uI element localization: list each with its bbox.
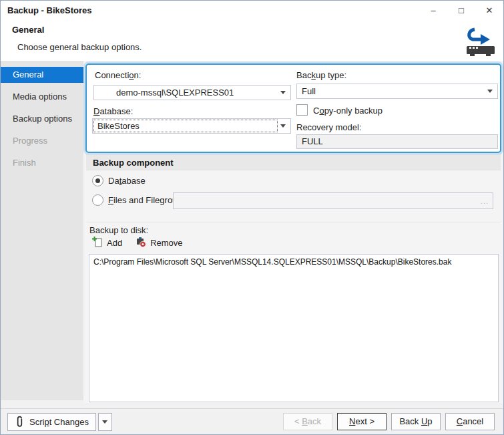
backup-type-select[interactable]: Full: [296, 84, 498, 99]
page-header: General Choose general backup options.: [1, 21, 503, 61]
files-filegroups-input: ...: [173, 192, 493, 209]
main-area: General Media options Backup options Pro…: [1, 61, 503, 408]
copy-only-checkbox[interactable]: [296, 104, 308, 116]
backup-device-icon: [464, 26, 497, 59]
sidebar-item-general[interactable]: General: [1, 67, 83, 83]
add-button[interactable]: Add: [92, 237, 122, 249]
connection-value: demo-mssql\SQLEXPRESS01: [94, 88, 280, 98]
script-changes-label: Script Changes: [29, 417, 89, 427]
script-changes-split-button: Script Changes: [7, 413, 112, 431]
script-icon: [13, 416, 25, 429]
minimize-button[interactable]: –: [419, 1, 447, 21]
database-select[interactable]: BikeStores: [92, 118, 291, 134]
connection-label: Connection:: [95, 70, 141, 80]
backup-to-disk-label: Backup to disk:: [89, 225, 148, 235]
next-button[interactable]: Next >: [337, 413, 387, 430]
cancel-button[interactable]: Cancel: [445, 413, 495, 430]
page-title: General: [12, 25, 44, 35]
copy-only-label: Copy-only backup: [313, 106, 383, 116]
general-options-group: Connection: demo-mssql\SQLEXPRESS01 Data…: [85, 63, 501, 153]
section-divider: [86, 223, 501, 223]
window-titlebar: Backup - BikeStores – □ ✕: [1, 1, 503, 21]
chevron-down-icon: [280, 91, 286, 94]
connection-select[interactable]: demo-mssql\SQLEXPRESS01: [93, 85, 291, 100]
maximize-button[interactable]: □: [447, 1, 475, 21]
backup-dialog-window: Backup - BikeStores – □ ✕ General Choose…: [0, 0, 504, 435]
wizard-buttons: < Back Next > Back Up Cancel: [283, 413, 495, 430]
database-radio-row[interactable]: Database: [92, 175, 146, 186]
chevron-down-icon: [280, 124, 286, 128]
database-label: Database:: [93, 106, 133, 116]
chevron-down-icon: [102, 420, 107, 424]
close-button[interactable]: ✕: [475, 1, 503, 21]
add-file-icon: [92, 237, 103, 249]
recovery-model-field: FULL: [296, 134, 498, 149]
back-button: < Back: [283, 413, 332, 430]
database-radio-label: Database: [108, 176, 146, 186]
script-changes-dropdown[interactable]: [98, 413, 112, 431]
backup-type-label: Backup type:: [296, 70, 346, 80]
remove-file-icon: [136, 237, 146, 249]
sidebar-item-finish: Finish: [1, 155, 83, 171]
browse-ellipsis-button: ...: [481, 198, 493, 204]
sidebar-item-backup-options[interactable]: Backup options: [1, 111, 83, 127]
script-changes-button[interactable]: Script Changes: [7, 413, 96, 431]
database-radio[interactable]: [92, 175, 103, 186]
backup-component-header: Backup component: [86, 154, 501, 170]
disk-toolbar: Add Remove: [92, 237, 183, 249]
backup-type-value: Full: [297, 86, 487, 96]
add-button-label: Add: [107, 238, 122, 248]
backup-component-title: Backup component: [86, 155, 501, 168]
backup-file-list[interactable]: C:\Program Files\Microsoft SQL Server\MS…: [89, 254, 499, 402]
recovery-model-label: Recovery model:: [296, 122, 362, 132]
backup-button[interactable]: Back Up: [391, 413, 441, 430]
content-panel: Connection: demo-mssql\SQLEXPRESS01 Data…: [83, 61, 503, 403]
footer-bar: Script Changes < Back Next > Back Up Can…: [1, 408, 503, 434]
database-value: BikeStores: [93, 121, 280, 131]
page-subtitle: Choose general backup options.: [17, 42, 142, 52]
sidebar-item-progress: Progress: [1, 133, 83, 149]
files-filegroups-radio-row: Files and Filegroups: [92, 194, 186, 206]
window-controls: – □ ✕: [419, 1, 503, 21]
sidebar-item-media-options[interactable]: Media options: [1, 89, 83, 105]
file-path-row[interactable]: C:\Program Files\Microsoft SQL Server\MS…: [89, 255, 498, 269]
remove-button[interactable]: Remove: [136, 237, 182, 249]
files-filegroups-radio[interactable]: [92, 194, 103, 206]
remove-button-label: Remove: [150, 238, 182, 248]
window-title: Backup - BikeStores: [7, 1, 91, 21]
chevron-down-icon: [487, 90, 493, 93]
wizard-sidebar: General Media options Backup options Pro…: [1, 61, 83, 400]
